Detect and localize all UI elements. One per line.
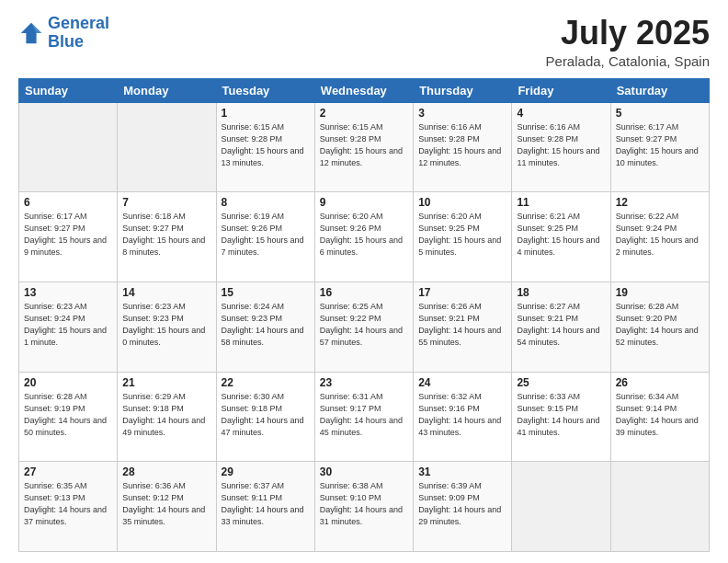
day-info: Sunrise: 6:39 AM Sunset: 9:09 PM Dayligh…: [418, 480, 506, 528]
day-number: 18: [517, 286, 605, 299]
day-number: 7: [122, 196, 210, 209]
day-number: 9: [320, 196, 408, 209]
calendar-row: 1Sunrise: 6:15 AM Sunset: 9:28 PM Daylig…: [19, 102, 710, 192]
day-number: 11: [517, 196, 605, 209]
day-number: 2: [320, 107, 408, 120]
calendar-cell: 26Sunrise: 6:34 AM Sunset: 9:14 PM Dayli…: [610, 372, 709, 462]
day-number: 8: [222, 196, 310, 209]
day-number: 20: [24, 376, 112, 389]
day-number: 23: [320, 376, 408, 389]
day-info: Sunrise: 6:31 AM Sunset: 9:17 PM Dayligh…: [320, 391, 408, 439]
calendar-cell: 9Sunrise: 6:20 AM Sunset: 9:26 PM Daylig…: [314, 192, 413, 282]
calendar-cell: 3Sunrise: 6:16 AM Sunset: 9:28 PM Daylig…: [414, 102, 512, 192]
day-number: 12: [616, 196, 704, 209]
calendar-cell: 27Sunrise: 6:35 AM Sunset: 9:13 PM Dayli…: [19, 462, 118, 552]
calendar-cell: [118, 102, 216, 192]
day-number: 14: [122, 286, 210, 299]
logo-text: General Blue: [48, 15, 109, 52]
day-info: Sunrise: 6:27 AM Sunset: 9:21 PM Dayligh…: [517, 301, 605, 349]
day-number: 24: [418, 376, 506, 389]
calendar-table: SundayMondayTuesdayWednesdayThursdayFrid…: [18, 78, 710, 552]
calendar-cell: 18Sunrise: 6:27 AM Sunset: 9:21 PM Dayli…: [512, 282, 610, 372]
calendar-cell: 1Sunrise: 6:15 AM Sunset: 9:28 PM Daylig…: [216, 102, 314, 192]
day-info: Sunrise: 6:15 AM Sunset: 9:28 PM Dayligh…: [222, 121, 310, 169]
calendar-body: 1Sunrise: 6:15 AM Sunset: 9:28 PM Daylig…: [19, 102, 710, 551]
day-info: Sunrise: 6:17 AM Sunset: 9:27 PM Dayligh…: [616, 121, 704, 169]
weekday-header-cell: Thursday: [414, 78, 512, 102]
calendar-row: 27Sunrise: 6:35 AM Sunset: 9:13 PM Dayli…: [19, 462, 710, 552]
calendar-cell: [610, 462, 709, 552]
calendar-cell: 23Sunrise: 6:31 AM Sunset: 9:17 PM Dayli…: [314, 372, 413, 462]
calendar-cell: 24Sunrise: 6:32 AM Sunset: 9:16 PM Dayli…: [414, 372, 512, 462]
day-number: 5: [616, 107, 704, 120]
day-number: 29: [222, 465, 310, 478]
logo-line1: General: [48, 14, 109, 32]
day-info: Sunrise: 6:37 AM Sunset: 9:11 PM Dayligh…: [222, 480, 310, 528]
day-number: 3: [418, 107, 506, 120]
day-number: 22: [222, 376, 310, 389]
logo-line2: Blue: [48, 32, 84, 51]
weekday-header-cell: Tuesday: [216, 78, 314, 102]
day-number: 26: [616, 376, 704, 389]
weekday-header-cell: Wednesday: [314, 78, 413, 102]
day-info: Sunrise: 6:20 AM Sunset: 9:26 PM Dayligh…: [320, 211, 408, 259]
day-number: 16: [320, 286, 408, 299]
weekday-header-cell: Saturday: [610, 78, 709, 102]
day-info: Sunrise: 6:28 AM Sunset: 9:19 PM Dayligh…: [24, 391, 112, 439]
day-number: 25: [517, 376, 605, 389]
calendar-cell: 16Sunrise: 6:25 AM Sunset: 9:22 PM Dayli…: [314, 282, 413, 372]
day-info: Sunrise: 6:16 AM Sunset: 9:28 PM Dayligh…: [517, 121, 605, 169]
calendar-cell: [19, 102, 118, 192]
calendar-cell: 7Sunrise: 6:18 AM Sunset: 9:27 PM Daylig…: [118, 192, 216, 282]
day-info: Sunrise: 6:20 AM Sunset: 9:25 PM Dayligh…: [418, 211, 506, 259]
day-number: 21: [122, 376, 210, 389]
calendar-cell: 11Sunrise: 6:21 AM Sunset: 9:25 PM Dayli…: [512, 192, 610, 282]
calendar-row: 13Sunrise: 6:23 AM Sunset: 9:24 PM Dayli…: [19, 282, 710, 372]
day-info: Sunrise: 6:30 AM Sunset: 9:18 PM Dayligh…: [222, 391, 310, 439]
logo-icon: [18, 20, 44, 46]
day-info: Sunrise: 6:32 AM Sunset: 9:16 PM Dayligh…: [418, 391, 506, 439]
month-title: July 2025: [546, 15, 710, 52]
day-info: Sunrise: 6:21 AM Sunset: 9:25 PM Dayligh…: [517, 211, 605, 259]
day-number: 10: [418, 196, 506, 209]
calendar-cell: 6Sunrise: 6:17 AM Sunset: 9:27 PM Daylig…: [19, 192, 118, 282]
day-info: Sunrise: 6:28 AM Sunset: 9:20 PM Dayligh…: [616, 301, 704, 349]
title-block: July 2025 Peralada, Catalonia, Spain: [546, 15, 710, 69]
day-number: 4: [517, 107, 605, 120]
calendar-cell: 25Sunrise: 6:33 AM Sunset: 9:15 PM Dayli…: [512, 372, 610, 462]
day-number: 1: [222, 107, 310, 120]
day-number: 6: [24, 196, 112, 209]
day-info: Sunrise: 6:17 AM Sunset: 9:27 PM Dayligh…: [24, 211, 112, 259]
day-info: Sunrise: 6:26 AM Sunset: 9:21 PM Dayligh…: [418, 301, 506, 349]
day-info: Sunrise: 6:25 AM Sunset: 9:22 PM Dayligh…: [320, 301, 408, 349]
calendar-cell: 30Sunrise: 6:38 AM Sunset: 9:10 PM Dayli…: [314, 462, 413, 552]
weekday-header-cell: Friday: [512, 78, 610, 102]
calendar-row: 20Sunrise: 6:28 AM Sunset: 9:19 PM Dayli…: [19, 372, 710, 462]
day-info: Sunrise: 6:38 AM Sunset: 9:10 PM Dayligh…: [320, 480, 408, 528]
day-number: 19: [616, 286, 704, 299]
calendar-cell: 22Sunrise: 6:30 AM Sunset: 9:18 PM Dayli…: [216, 372, 314, 462]
calendar-cell: 20Sunrise: 6:28 AM Sunset: 9:19 PM Dayli…: [19, 372, 118, 462]
header: General Blue July 2025 Peralada, Catalon…: [18, 15, 710, 69]
day-info: Sunrise: 6:22 AM Sunset: 9:24 PM Dayligh…: [616, 211, 704, 259]
day-info: Sunrise: 6:23 AM Sunset: 9:23 PM Dayligh…: [122, 301, 210, 349]
calendar-cell: 13Sunrise: 6:23 AM Sunset: 9:24 PM Dayli…: [19, 282, 118, 372]
calendar-cell: 5Sunrise: 6:17 AM Sunset: 9:27 PM Daylig…: [610, 102, 709, 192]
calendar-cell: 19Sunrise: 6:28 AM Sunset: 9:20 PM Dayli…: [610, 282, 709, 372]
day-info: Sunrise: 6:19 AM Sunset: 9:26 PM Dayligh…: [222, 211, 310, 259]
calendar-cell: 29Sunrise: 6:37 AM Sunset: 9:11 PM Dayli…: [216, 462, 314, 552]
day-info: Sunrise: 6:18 AM Sunset: 9:27 PM Dayligh…: [122, 211, 210, 259]
day-info: Sunrise: 6:36 AM Sunset: 9:12 PM Dayligh…: [122, 480, 210, 528]
day-info: Sunrise: 6:24 AM Sunset: 9:23 PM Dayligh…: [222, 301, 310, 349]
day-number: 15: [222, 286, 310, 299]
day-number: 17: [418, 286, 506, 299]
day-info: Sunrise: 6:23 AM Sunset: 9:24 PM Dayligh…: [24, 301, 112, 349]
location-title: Peralada, Catalonia, Spain: [546, 53, 710, 69]
day-info: Sunrise: 6:34 AM Sunset: 9:14 PM Dayligh…: [616, 391, 704, 439]
calendar-row: 6Sunrise: 6:17 AM Sunset: 9:27 PM Daylig…: [19, 192, 710, 282]
day-number: 31: [418, 465, 506, 478]
day-info: Sunrise: 6:35 AM Sunset: 9:13 PM Dayligh…: [24, 480, 112, 528]
calendar-cell: 31Sunrise: 6:39 AM Sunset: 9:09 PM Dayli…: [414, 462, 512, 552]
day-number: 30: [320, 465, 408, 478]
calendar-cell: 4Sunrise: 6:16 AM Sunset: 9:28 PM Daylig…: [512, 102, 610, 192]
